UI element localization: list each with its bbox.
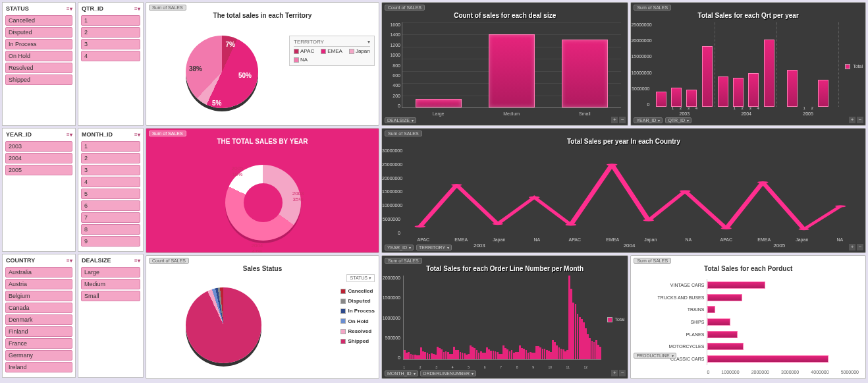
slicer-title: QTR_ID bbox=[82, 5, 103, 12]
slicer-item[interactable]: Belgium bbox=[5, 291, 72, 301]
chart-title: Total Sales per year In each Country bbox=[382, 138, 865, 145]
chart-title: Total Sales for each Order Line Number p… bbox=[382, 265, 628, 272]
svg-point-11 bbox=[835, 205, 846, 207]
filter-icon[interactable]: ≡ ▾ bbox=[134, 6, 140, 12]
slicer-item[interactable]: 2004 bbox=[5, 153, 72, 163]
filter-icon[interactable]: ≡ ▾ bbox=[67, 258, 72, 264]
slicer-item[interactable]: Resolved bbox=[5, 63, 72, 73]
chart-product[interactable]: Sum of SALES Total Sales for each Porduc… bbox=[630, 255, 866, 379]
filters-column: STATUS≡ ▾ CancelledDisputedIn ProcessOn … bbox=[2, 2, 144, 381]
drill-buttons[interactable]: +− bbox=[849, 244, 863, 250]
slicer-country[interactable]: COUNTRY≡ ▾ AustraliaAustriaBelgiumCanada… bbox=[2, 254, 76, 378]
status-legend: CancelledDisputedIn ProcessOn HoldResolv… bbox=[340, 286, 375, 346]
slicer-deal[interactable]: DEALSIZE≡ ▾ LargeMediumSmall bbox=[78, 254, 144, 378]
legend: Total bbox=[845, 64, 863, 69]
chart-country-sales[interactable]: Sum of SALES Total Sales per year In eac… bbox=[381, 128, 866, 253]
chart-orderline[interactable]: Sum of SALES Total Sales for each Order … bbox=[381, 255, 628, 379]
slicer-item[interactable]: In Process bbox=[5, 39, 72, 49]
axis-chip[interactable]: PRODUCTLINE bbox=[634, 353, 676, 359]
axis-chip[interactable]: QTR_ID bbox=[665, 117, 692, 123]
chart-total-by-year[interactable]: Sum of SALES THE TOTAL SALES BY YEAR 200… bbox=[146, 128, 379, 253]
metric-badge: Sum of SALES bbox=[149, 131, 186, 136]
filter-icon[interactable]: ≡ ▾ bbox=[67, 132, 72, 138]
drill-buttons[interactable]: +− bbox=[611, 370, 626, 376]
donut-chart: 200335% 200447% 200518% bbox=[225, 165, 301, 241]
chart-title: The total sales in each Territory bbox=[146, 12, 379, 19]
slicer-item[interactable]: France bbox=[5, 338, 72, 349]
chart-qrt-year[interactable]: Sum of SALES Total Sales for each Qrt pe… bbox=[630, 2, 866, 126]
svg-point-1 bbox=[451, 184, 462, 186]
axis-chip[interactable]: DEALSIZE bbox=[385, 117, 416, 123]
slicer-item[interactable]: Ireland bbox=[5, 362, 72, 372]
filter-icon[interactable]: ≡ ▾ bbox=[134, 132, 140, 138]
drill-buttons[interactable]: +− bbox=[611, 117, 626, 123]
slicer-title: MONTH_ID bbox=[82, 131, 113, 138]
chart-territory[interactable]: Sum of SALES The total sales in each Ter… bbox=[146, 2, 379, 126]
chart-title: Total Sales for each Qrt per year bbox=[631, 12, 865, 19]
slicer-status[interactable]: STATUS≡ ▾ CancelledDisputedIn ProcessOn … bbox=[2, 2, 76, 126]
filter-icon[interactable]: ≡ ▾ bbox=[134, 258, 140, 264]
chart-title: Sales Status bbox=[146, 265, 379, 272]
slicer-item[interactable]: 7 bbox=[81, 212, 140, 223]
territory-legend: TERRITORY▾ APACEMEAJapanNA bbox=[289, 36, 375, 66]
slicer-item[interactable]: Shipped bbox=[5, 74, 72, 85]
slicer-item[interactable]: 8 bbox=[81, 224, 140, 235]
slicer-item[interactable]: Germany bbox=[5, 350, 72, 361]
slicer-item[interactable]: Small bbox=[81, 291, 140, 301]
slicer-item[interactable]: Australia bbox=[5, 267, 72, 278]
drill-buttons[interactable]: +− bbox=[849, 117, 863, 123]
slicer-item[interactable]: Austria bbox=[5, 279, 72, 289]
slicer-item[interactable]: 6 bbox=[81, 200, 140, 211]
axis-chip[interactable]: YEAR_ID bbox=[634, 117, 663, 123]
slicer-item[interactable]: 2 bbox=[81, 153, 140, 163]
slicer-item[interactable]: Cancelled bbox=[5, 15, 72, 26]
metric-badge: Sum of SALES bbox=[385, 258, 422, 264]
slicer-item[interactable]: 1 bbox=[81, 15, 140, 26]
slicer-month[interactable]: MONTH_ID≡ ▾ 123456789 bbox=[78, 128, 144, 252]
bar-chart bbox=[653, 22, 839, 107]
slicer-item[interactable]: Large bbox=[81, 267, 140, 278]
slicer-item[interactable]: Denmark bbox=[5, 314, 72, 325]
slicer-item[interactable]: 2005 bbox=[5, 165, 72, 175]
bar-chart bbox=[403, 276, 601, 360]
axis-chip[interactable]: MONTH_ID bbox=[385, 370, 418, 376]
slicer-item[interactable]: 5 bbox=[81, 189, 140, 199]
svg-point-0 bbox=[414, 225, 425, 227]
metric-badge: Count of SALES bbox=[385, 5, 425, 11]
svg-point-6 bbox=[643, 220, 654, 221]
slicer-year[interactable]: YEAR_ID≡ ▾ 200320042005 bbox=[2, 128, 76, 252]
svg-point-5 bbox=[607, 163, 618, 165]
slicer-item[interactable]: Finland bbox=[5, 326, 72, 337]
slicer-item[interactable]: 1 bbox=[81, 141, 140, 152]
chart-sales-status[interactable]: Count of SALES Sales Status STATUS ▾ Can… bbox=[146, 255, 379, 379]
slicer-item[interactable]: 3 bbox=[81, 39, 140, 49]
bar-chart bbox=[707, 279, 859, 365]
axis-chip[interactable]: ORDERLINENUMBER bbox=[420, 370, 476, 376]
slicer-item[interactable]: 4 bbox=[81, 51, 140, 61]
line-chart bbox=[402, 147, 859, 235]
pie-chart: 7% 50% 5% 38% bbox=[186, 36, 258, 108]
chart-dealsize[interactable]: Count of SALES Count of sales for each d… bbox=[381, 2, 628, 126]
axis-chip[interactable]: YEAR_ID bbox=[385, 245, 414, 250]
slicer-item[interactable]: 9 bbox=[81, 236, 140, 247]
metric-badge: Sum of SALES bbox=[634, 258, 671, 264]
slicer-item[interactable]: 3 bbox=[81, 165, 140, 175]
slicer-qtr[interactable]: QTR_ID≡ ▾ 1234 bbox=[78, 2, 144, 126]
filter-icon[interactable]: ≡ ▾ bbox=[67, 6, 72, 12]
metric-badge: Count of SALES bbox=[149, 258, 189, 264]
slicer-item[interactable]: 4 bbox=[81, 177, 140, 187]
slicer-item[interactable]: 2 bbox=[81, 27, 140, 38]
slicer-title: COUNTRY bbox=[6, 257, 35, 264]
svg-point-4 bbox=[565, 223, 576, 225]
slicer-title: YEAR_ID bbox=[6, 131, 32, 138]
axis-chip[interactable]: TERRITORY bbox=[416, 245, 452, 250]
svg-point-7 bbox=[680, 190, 691, 192]
slicer-item[interactable]: 2003 bbox=[5, 141, 72, 152]
slicer-item[interactable]: Medium bbox=[81, 279, 140, 289]
slicer-title: STATUS bbox=[6, 5, 29, 12]
svg-point-10 bbox=[798, 228, 809, 230]
slicer-item[interactable]: Canada bbox=[5, 303, 72, 313]
slicer-item[interactable]: Disputed bbox=[5, 27, 72, 38]
chart-title: THE TOTAL SALES BY YEAR bbox=[146, 138, 379, 145]
slicer-item[interactable]: On Hold bbox=[5, 51, 72, 61]
